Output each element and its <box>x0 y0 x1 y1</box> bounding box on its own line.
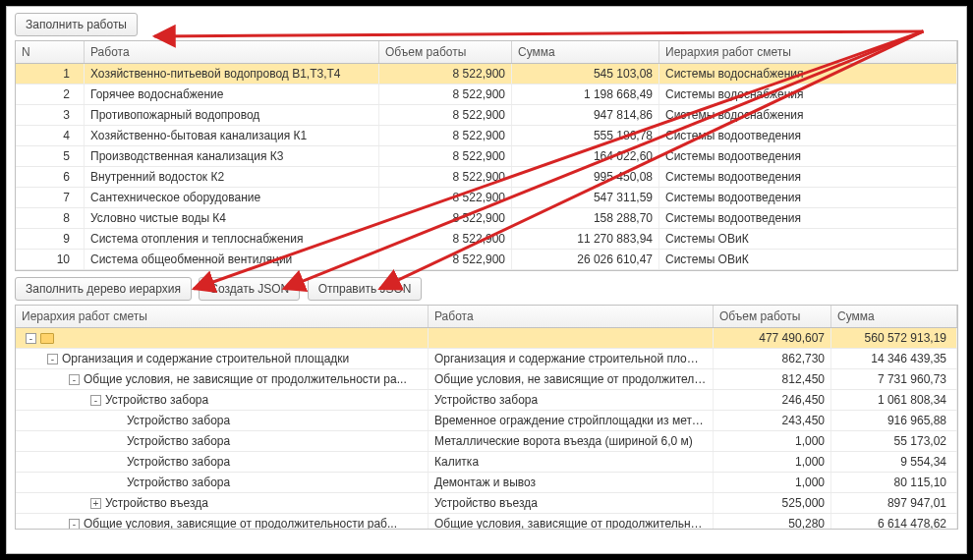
cell-n: 2 <box>16 84 85 104</box>
col-sum[interactable]: Сумма <box>512 41 659 63</box>
tree-cell-volume: 243,450 <box>714 411 831 430</box>
tree-cell-sum: 1 061 808,34 <box>831 390 957 410</box>
table-row[interactable]: 7Сантехническое оборудование8 522,900547… <box>16 188 957 208</box>
cell-n: 4 <box>16 126 85 145</box>
col-n[interactable]: N <box>16 41 85 63</box>
works-grid-body[interactable]: 1Хозяйственно-питьевой водопровод В1,Т3,… <box>16 64 957 270</box>
tree-row[interactable]: -Общие условия, не зависящие от продолжи… <box>16 369 957 390</box>
tree-toggle-icon[interactable]: - <box>47 354 58 364</box>
tree-cell-work: Организация и содержание строительной пл… <box>429 349 714 368</box>
cell-volume: 8 522,900 <box>379 84 512 104</box>
cell-work: Хозяйственно-бытовая канализация К1 <box>85 126 379 145</box>
tree-cell-sum: 916 965,88 <box>831 411 957 430</box>
cell-n: 8 <box>16 208 85 228</box>
tree-row[interactable]: -Общие условия, зависящие от продолжител… <box>16 514 957 529</box>
tree-cell-volume: 862,730 <box>714 349 831 368</box>
cell-hier: Системы водоотведения <box>659 167 957 187</box>
tree-toggle-icon[interactable]: - <box>90 395 101 406</box>
treecol-volume[interactable]: Объем работы <box>714 306 831 327</box>
treecol-work[interactable]: Работа <box>429 306 714 327</box>
cell-n: 5 <box>16 146 85 166</box>
table-row[interactable]: 9Система отопления и теплоснабжения8 522… <box>16 229 957 250</box>
cell-work: Хозяйственно-питьевой водопровод В1,Т3,Т… <box>85 64 379 84</box>
cell-sum: 547 311,59 <box>512 188 659 207</box>
table-row[interactable]: 6Внутренний водосток К28 522,900995 450,… <box>16 167 957 188</box>
cell-volume: 8 522,900 <box>379 146 512 166</box>
tree-cell-work: Общие условия, зависящие от продолжитель… <box>429 514 714 529</box>
fill-works-button[interactable]: Заполнить работы <box>15 13 138 36</box>
table-row[interactable]: 2Горячее водоснабжение8 522,9001 198 668… <box>16 84 957 105</box>
col-hierarchy[interactable]: Иерархия работ сметы <box>659 41 957 63</box>
cell-work: Производственная канализация К3 <box>85 146 379 166</box>
tree-toggle-icon[interactable]: - <box>69 374 80 385</box>
cell-sum: 947 814,86 <box>512 105 659 125</box>
mid-toolbar: Заполнить дерево иерархия Создать JSON О… <box>7 271 966 305</box>
tree-toggle-icon[interactable]: + <box>90 498 101 509</box>
create-json-button[interactable]: Создать JSON <box>199 277 300 301</box>
cell-volume: 8 522,900 <box>379 188 512 207</box>
tree-cell-sum: 7 731 960,73 <box>831 369 957 389</box>
send-json-button[interactable]: Отправить JSON <box>308 277 423 301</box>
tree-cell-work <box>429 328 714 348</box>
tree-row[interactable]: -Организация и содержание строительной п… <box>16 349 957 369</box>
tree-row[interactable]: Устройство забораДемонтаж и вывоз1,00080… <box>16 473 957 493</box>
treecol-sum[interactable]: Сумма <box>831 306 957 327</box>
app-window: Заполнить работы N Работа Объем работы С… <box>6 6 967 554</box>
tree-toggle-icon[interactable]: - <box>26 333 36 344</box>
cell-hier: Системы водоснабжения <box>659 84 957 104</box>
cell-sum: 158 288,70 <box>512 208 659 228</box>
table-row[interactable]: 10Система общеобменной вентиляции8 522,9… <box>16 250 957 270</box>
tree-row[interactable]: +Устройство въездаУстройство въезда525,0… <box>16 493 957 514</box>
cell-sum: 26 026 610,47 <box>512 250 659 269</box>
cell-volume: 8 522,900 <box>379 126 512 145</box>
top-toolbar: Заполнить работы <box>7 7 966 40</box>
cell-work: Условно чистые воды К4 <box>85 208 379 228</box>
table-row[interactable]: 1Хозяйственно-питьевой водопровод В1,Т3,… <box>16 64 957 84</box>
tree-cell-volume: 812,450 <box>714 369 831 389</box>
tree-cell-work: Металлические ворота въезда (шириной 6,0… <box>429 431 714 451</box>
cell-hier: Системы ОВиК <box>659 250 957 269</box>
cell-volume: 8 522,900 <box>379 229 512 249</box>
tree-cell-volume: 1,000 <box>714 452 831 472</box>
tree-cell-hier: +Устройство въезда <box>16 493 429 513</box>
tree-row[interactable]: -477 490,607560 572 913,19 <box>16 328 957 349</box>
col-volume[interactable]: Объем работы <box>379 41 512 63</box>
table-row[interactable]: 5Производственная канализация К38 522,90… <box>16 146 957 167</box>
tree-cell-work: Общие условия, не зависящие от продолжит… <box>429 369 714 389</box>
cell-hier: Системы водоотведения <box>659 208 957 228</box>
table-row[interactable]: 3Противопожарный водопровод8 522,900947 … <box>16 105 957 126</box>
tree-cell-hier: -Общие условия, зависящие от продолжител… <box>16 514 429 529</box>
tree-cell-sum: 80 115,10 <box>831 473 957 492</box>
cell-sum: 545 103,08 <box>512 64 659 84</box>
cell-n: 7 <box>16 188 85 207</box>
cell-n: 6 <box>16 167 85 187</box>
tree-cell-hier: -Организация и содержание строительной п… <box>16 349 429 368</box>
table-row[interactable]: 4Хозяйственно-бытовая канализация К18 52… <box>16 126 957 146</box>
tree-cell-hier: Устройство забора <box>16 452 429 472</box>
tree-cell-work: Временное ограждение стройплощадки из ме… <box>429 411 714 430</box>
tree-row[interactable]: Устройство забораВременное ограждение ст… <box>16 411 957 431</box>
tree-row[interactable]: -Устройство забораУстройство забора246,4… <box>16 390 957 411</box>
cell-n: 9 <box>16 229 85 249</box>
cell-hier: Системы ОВиК <box>659 229 957 249</box>
fill-tree-button[interactable]: Заполнить дерево иерархия <box>15 277 192 301</box>
tree-grid-header: Иерархия работ сметы Работа Объем работы… <box>16 306 957 328</box>
col-work[interactable]: Работа <box>85 41 379 63</box>
tree-cell-sum: 55 173,02 <box>831 431 957 451</box>
cell-sum: 995 450,08 <box>512 167 659 187</box>
cell-n: 3 <box>16 105 85 125</box>
cell-sum: 555 186,78 <box>512 126 659 145</box>
treecol-hier[interactable]: Иерархия работ сметы <box>16 306 429 327</box>
table-row[interactable]: 8Условно чистые воды К48 522,900158 288,… <box>16 208 957 229</box>
cell-work: Система общеобменной вентиляции <box>85 250 379 269</box>
cell-volume: 8 522,900 <box>379 208 512 228</box>
cell-volume: 8 522,900 <box>379 250 512 269</box>
tree-row[interactable]: Устройство забораМеталлические ворота въ… <box>16 431 957 452</box>
tree-grid-body[interactable]: -477 490,607560 572 913,19-Организация и… <box>16 328 957 529</box>
tree-cell-sum: 9 554,34 <box>831 452 957 472</box>
tree-toggle-icon[interactable]: - <box>69 519 80 530</box>
tree-row[interactable]: Устройство забораКалитка1,0009 554,34 <box>16 452 957 473</box>
cell-work: Сантехническое оборудование <box>85 188 379 207</box>
cell-volume: 8 522,900 <box>379 167 512 187</box>
tree-cell-hier: -Общие условия, не зависящие от продолжи… <box>16 369 429 389</box>
